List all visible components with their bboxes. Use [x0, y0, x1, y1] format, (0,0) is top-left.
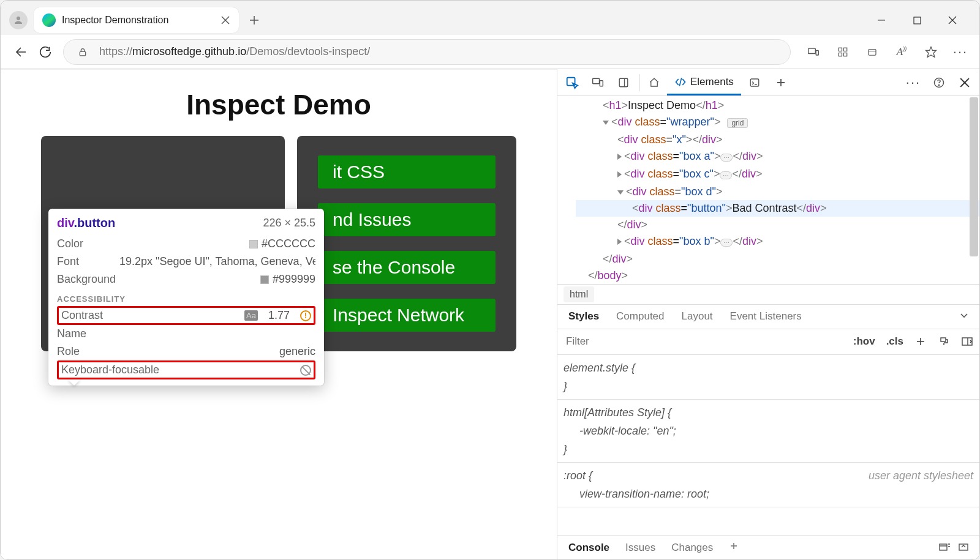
- styles-pane[interactable]: element.style { } html[Attributes Style]…: [557, 355, 979, 536]
- nav-bar: https://microsoftedge.github.io/Demos/de…: [1, 35, 979, 69]
- tooltip-dimensions: 226 × 25.5: [263, 217, 315, 230]
- more-subtabs-icon[interactable]: [960, 310, 968, 323]
- close-devtools-icon[interactable]: [954, 72, 976, 94]
- tooltip-selector: div.button: [57, 216, 115, 230]
- devices-icon[interactable]: [805, 44, 821, 60]
- tooltip-color-row: Color #CCCCCC: [57, 235, 315, 253]
- edit-css-button[interactable]: it CSS: [318, 155, 496, 189]
- device-toolbar-toggle[interactable]: [587, 72, 609, 94]
- svg-marker-19: [926, 47, 937, 57]
- issues-drawer-tab[interactable]: Issues: [625, 542, 655, 554]
- read-aloud-icon[interactable]: A)): [894, 44, 910, 60]
- tooltip-focusable-row: Keyboard-focusable: [57, 360, 315, 379]
- help-icon[interactable]: [928, 72, 950, 94]
- more-tabs-button[interactable]: [768, 69, 794, 95]
- svg-rect-13: [839, 48, 842, 51]
- tooltip-background-row: Background #999999: [57, 271, 315, 288]
- ban-icon: [300, 365, 311, 376]
- paint-icon[interactable]: [938, 336, 950, 347]
- elements-tab[interactable]: Elements: [667, 69, 741, 95]
- use-console-button[interactable]: se the Console: [318, 251, 496, 284]
- inspect-network-button[interactable]: Inspect Network: [318, 299, 496, 332]
- dock-side-icon[interactable]: [612, 72, 635, 94]
- extensions-icon[interactable]: [835, 44, 851, 60]
- svg-rect-11: [809, 48, 816, 53]
- new-tab-button[interactable]: [247, 13, 261, 27]
- svg-point-0: [17, 17, 20, 20]
- tab-bar: Inspector Demonstration: [1, 1, 979, 35]
- refresh-button[interactable]: [37, 44, 53, 60]
- more-drawer-tabs-icon[interactable]: [729, 541, 739, 554]
- event-listeners-subtab[interactable]: Event Listeners: [730, 310, 802, 323]
- svg-rect-36: [941, 338, 946, 342]
- warning-icon: !: [300, 310, 311, 321]
- svg-line-25: [679, 78, 681, 86]
- favorites-icon[interactable]: [923, 44, 939, 60]
- tooltip-contrast-row: Contrast Aa 1.77 !: [57, 306, 315, 325]
- back-button[interactable]: [12, 44, 28, 60]
- svg-rect-38: [962, 338, 972, 345]
- inspector-tooltip: div.button 226 × 25.5 Color #CCCCCC Font…: [48, 209, 324, 386]
- more-icon[interactable]: ···: [952, 44, 968, 60]
- console-tab-icon[interactable]: [741, 69, 768, 95]
- svg-rect-17: [869, 49, 876, 55]
- inspect-element-toggle[interactable]: [561, 72, 583, 94]
- devtools-toolbar: Elements ···: [557, 69, 979, 96]
- new-style-rule-icon[interactable]: [914, 336, 927, 347]
- svg-rect-15: [839, 53, 842, 56]
- styles-subtab[interactable]: Styles: [568, 310, 599, 323]
- url-text: https://microsoftedge.github.io/Demos/de…: [99, 45, 370, 58]
- svg-rect-21: [593, 78, 600, 83]
- tooltip-name-row: Name: [57, 325, 315, 343]
- welcome-tab[interactable]: [641, 69, 667, 95]
- svg-rect-6: [914, 17, 921, 24]
- computed-sidebar-icon[interactable]: [961, 336, 973, 347]
- styles-filter-input[interactable]: [564, 333, 850, 350]
- tooltip-role-row: Rolegeneric: [57, 343, 315, 360]
- address-bar[interactable]: https://microsoftedge.github.io/Demos/de…: [63, 39, 791, 65]
- svg-rect-16: [844, 53, 847, 56]
- page-viewport: Inspect Demo Bad Contrast it CSS nd Issu…: [1, 69, 557, 559]
- layout-subtab[interactable]: Layout: [682, 310, 713, 323]
- drawer-expand-icon[interactable]: [959, 542, 968, 554]
- scrollbar-thumb[interactable]: [970, 97, 978, 256]
- svg-rect-42: [940, 544, 947, 550]
- hov-toggle[interactable]: :hov: [853, 335, 875, 348]
- svg-rect-12: [816, 50, 818, 55]
- tab-title: Inspector Demonstration: [62, 15, 214, 26]
- maximize-window-icon[interactable]: [912, 15, 922, 25]
- svg-rect-26: [750, 79, 759, 86]
- drawer-tabs: Console Issues Changes: [557, 535, 979, 559]
- computed-subtab[interactable]: Computed: [616, 310, 664, 323]
- svg-rect-14: [844, 48, 847, 51]
- console-drawer-tab[interactable]: Console: [568, 542, 609, 554]
- site-info-lock-icon[interactable]: [75, 44, 91, 60]
- close-window-icon[interactable]: [948, 15, 957, 25]
- svg-rect-10: [80, 51, 85, 56]
- svg-rect-22: [600, 80, 603, 86]
- edge-favicon: [42, 13, 56, 27]
- cls-toggle[interactable]: .cls: [886, 335, 903, 348]
- find-issues-button[interactable]: nd Issues: [318, 203, 496, 236]
- page-title: Inspect Demo: [8, 88, 549, 121]
- close-tab-icon[interactable]: [221, 15, 230, 25]
- dom-breadcrumb[interactable]: html: [557, 284, 979, 305]
- box-right: it CSS nd Issues se the Console Inspect …: [297, 136, 516, 351]
- browser-tab[interactable]: Inspector Demonstration: [34, 7, 239, 33]
- settings-menu-icon[interactable]: ···: [902, 72, 924, 94]
- styles-subtabs: Styles Computed Layout Event Listeners: [557, 305, 979, 329]
- dom-tree[interactable]: <h1>Inspect Demo</h1> <div class="wrappe…: [557, 96, 979, 284]
- styles-filter-bar: :hov .cls: [557, 329, 979, 355]
- svg-rect-23: [619, 78, 628, 87]
- profile-avatar[interactable]: [9, 11, 28, 29]
- minimize-window-icon[interactable]: [876, 15, 886, 25]
- tooltip-font-row: Font 19.2px "Segoe UI", Tahoma, Geneva, …: [57, 253, 315, 271]
- collections-icon[interactable]: [864, 44, 880, 60]
- svg-point-31: [938, 84, 939, 85]
- accessibility-header: ACCESSIBILITY: [57, 294, 315, 304]
- devtools-panel: Elements ··· <h1>Inspect Demo</h1> <div …: [557, 69, 979, 559]
- drawer-collapse-icon[interactable]: [939, 542, 950, 554]
- changes-drawer-tab[interactable]: Changes: [671, 542, 713, 554]
